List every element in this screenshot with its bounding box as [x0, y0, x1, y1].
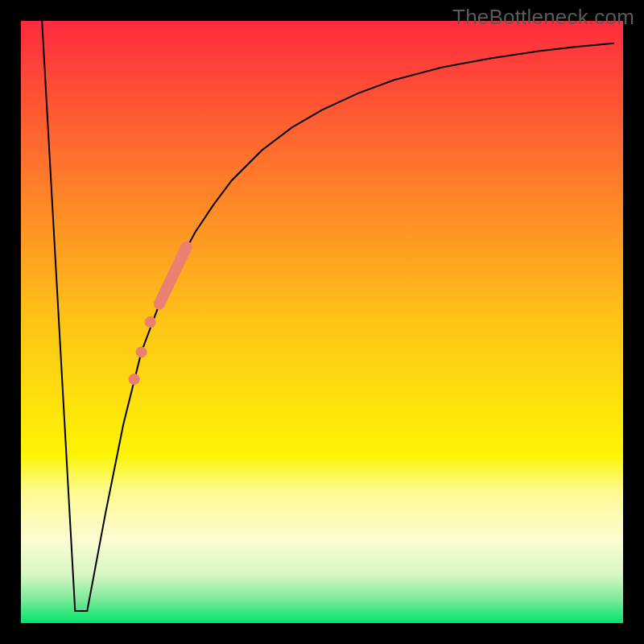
chart-container: TheBottleneck.com — [0, 0, 644, 644]
chart-background — [21, 21, 623, 623]
watermark-text: TheBottleneck.com — [452, 5, 634, 30]
highlight-dot — [145, 316, 156, 328]
bottleneck-chart — [0, 0, 644, 644]
highlight-dot — [136, 346, 147, 357]
highlight-dot — [129, 374, 140, 385]
